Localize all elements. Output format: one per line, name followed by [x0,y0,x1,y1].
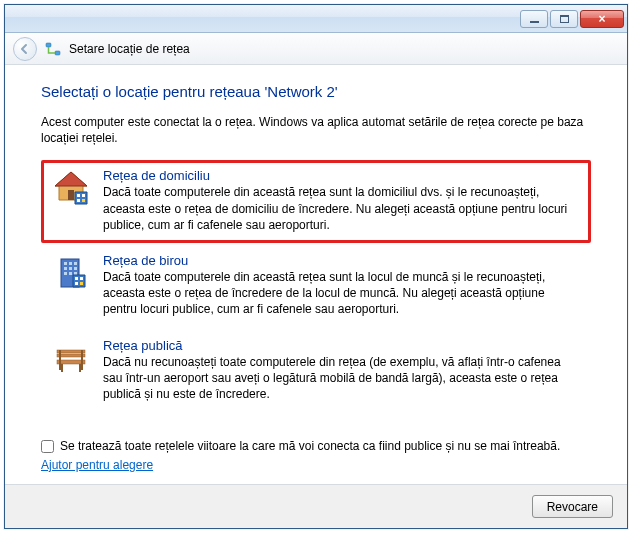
svg-rect-24 [57,354,85,357]
option-description: Dacă toate computerele din această rețea… [103,269,581,318]
svg-rect-25 [57,360,85,364]
treat-future-label: Se tratează toate rețelele viitoare la c… [60,438,560,454]
help-link[interactable]: Ajutor pentru alegere [41,458,153,472]
option-home-network[interactable]: Rețea de domiciliu Dacă toate computerel… [41,160,591,243]
svg-rect-10 [64,262,67,265]
back-button[interactable] [13,37,37,61]
svg-rect-22 [80,282,83,285]
header-bar: Setare locație de rețea [5,33,627,65]
svg-rect-19 [75,277,78,280]
office-icon [51,253,91,293]
titlebar: × [5,5,627,33]
window-title: Setare locație de rețea [69,42,190,56]
treat-future-checkbox[interactable] [41,440,54,453]
svg-rect-29 [79,364,81,372]
maximize-button[interactable] [550,10,578,28]
bench-icon [51,338,91,378]
svg-rect-27 [81,350,83,370]
treat-future-checkbox-row[interactable]: Se tratează toate rețelele viitoare la c… [41,438,591,454]
cancel-button[interactable]: Revocare [532,495,613,518]
svg-rect-1 [55,51,60,55]
close-button[interactable]: × [580,10,624,28]
option-title: Rețea publică [103,338,581,353]
option-description: Dacă nu recunoașteți toate computerele d… [103,354,581,403]
svg-rect-17 [69,272,72,275]
svg-rect-6 [82,194,85,197]
intro-text: Acest computer este conectat la o rețea.… [41,114,591,146]
svg-rect-23 [57,350,85,353]
svg-rect-14 [69,267,72,270]
svg-rect-5 [77,194,80,197]
option-public-network[interactable]: Rețea publică Dacă nu recunoașteți toate… [41,330,591,413]
svg-rect-8 [82,199,85,202]
content-area: Selectați o locație pentru rețeaua 'Netw… [5,65,627,432]
svg-marker-3 [55,172,87,186]
option-work-network[interactable]: Rețea de birou Dacă toate computerele di… [41,245,591,328]
svg-rect-26 [59,350,61,370]
footer-area: Se tratează toate rețelele viitoare la c… [5,432,627,484]
svg-rect-28 [61,364,63,372]
button-bar: Revocare [5,484,627,528]
svg-rect-4 [68,190,74,200]
svg-rect-7 [77,199,80,202]
house-icon [51,168,91,208]
svg-rect-16 [64,272,67,275]
network-location-dialog: × Setare locație de rețea Selectați o lo… [4,4,628,529]
option-title: Rețea de birou [103,253,581,268]
option-title: Rețea de domiciliu [103,168,581,183]
svg-rect-15 [74,267,77,270]
main-heading: Selectați o locație pentru rețeaua 'Netw… [41,83,591,100]
svg-rect-0 [46,43,51,47]
minimize-button[interactable] [520,10,548,28]
svg-rect-20 [80,277,83,280]
svg-rect-21 [75,282,78,285]
option-description: Dacă toate computerele din această rețea… [103,184,581,233]
svg-rect-13 [64,267,67,270]
network-icon [45,41,61,57]
svg-rect-12 [74,262,77,265]
svg-rect-11 [69,262,72,265]
